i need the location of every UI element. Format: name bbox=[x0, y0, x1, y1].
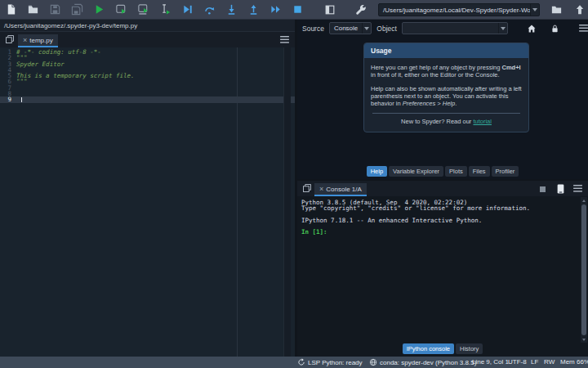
help-content: Usage Here you can get help of any objec… bbox=[297, 37, 588, 166]
save-file-button[interactable] bbox=[44, 0, 66, 20]
run-selection-button[interactable] bbox=[154, 0, 176, 20]
object-dropdown[interactable] bbox=[498, 23, 507, 34]
code-line: 8 bbox=[0, 91, 295, 96]
usage-card: Usage Here you can get help of any objec… bbox=[363, 43, 529, 132]
home-icon bbox=[527, 24, 537, 34]
run-cell-icon bbox=[115, 3, 127, 16]
hamburger-icon bbox=[280, 36, 289, 43]
arrow-up-icon bbox=[582, 200, 586, 202]
console-pane-tabs: IPython console History bbox=[297, 343, 588, 357]
run-file-button[interactable] bbox=[88, 0, 110, 20]
console-output: Python 3.8.5 (default, Sep 4 2020, 02:22… bbox=[297, 196, 588, 235]
encoding-status: UTF-8 bbox=[508, 358, 527, 366]
tutorial-link[interactable]: tutorial bbox=[473, 118, 492, 125]
save-all-icon bbox=[71, 3, 83, 16]
code-line: 1# -*- coding: utf-8 -*- bbox=[0, 49, 295, 55]
main-toolbar: /Users/juanitagomez/Local/Dev-Spyder/Spy… bbox=[0, 0, 588, 20]
step-return-button[interactable] bbox=[243, 0, 265, 20]
tab-plots[interactable]: Plots bbox=[445, 166, 467, 177]
memory-status: Mem 66% bbox=[560, 358, 588, 366]
step-over-icon bbox=[203, 3, 216, 16]
tab-help[interactable]: Help bbox=[367, 166, 387, 177]
tab-history[interactable]: History bbox=[456, 343, 483, 354]
tab-files[interactable]: Files bbox=[469, 166, 490, 177]
debug-file-button[interactable] bbox=[176, 0, 198, 20]
tab-temp-py[interactable]: × temp.py bbox=[18, 34, 58, 47]
close-tab-icon[interactable]: × bbox=[319, 186, 323, 192]
status-bar: LSP Python: ready conda: spyder-dev (Pyt… bbox=[0, 357, 588, 368]
help-pane-tabs: Help Variable Explorer Plots Files Profi… bbox=[297, 166, 588, 178]
close-tab-icon[interactable]: × bbox=[23, 37, 27, 43]
stop-debug-button[interactable] bbox=[287, 0, 309, 20]
folder-icon bbox=[550, 3, 563, 16]
step-into-button[interactable] bbox=[220, 0, 243, 20]
run-selection-icon bbox=[159, 3, 172, 16]
open-file-button[interactable] bbox=[22, 0, 44, 20]
browse-tabs-button[interactable] bbox=[302, 183, 312, 193]
arrow-down-icon bbox=[582, 339, 586, 341]
lsp-status: LSP Python: ready bbox=[297, 358, 363, 366]
wrench-icon bbox=[354, 3, 367, 16]
browse-directory-button[interactable] bbox=[546, 0, 568, 20]
run-cell-button[interactable] bbox=[110, 0, 132, 20]
source-dropdown[interactable] bbox=[362, 23, 371, 34]
tab-profiler[interactable]: Profiler bbox=[492, 166, 519, 177]
home-button[interactable] bbox=[527, 24, 537, 34]
tab-console-1a[interactable]: × Console 1/A bbox=[314, 183, 367, 196]
tab-variable-explorer[interactable]: Variable Explorer bbox=[389, 166, 443, 177]
scrollbar-thumb[interactable] bbox=[581, 204, 586, 335]
code-line: 6""" bbox=[0, 79, 295, 84]
help-options-button[interactable] bbox=[579, 25, 588, 32]
editor-pane: /Users/juanitagomez/.spyder-py3-dev/temp… bbox=[0, 20, 295, 357]
help-pane: Source Console Object Usage Here you can… bbox=[297, 20, 588, 179]
source-combo[interactable]: Console bbox=[329, 22, 372, 34]
code-line: 7 bbox=[0, 85, 295, 91]
scroll-down-button[interactable] bbox=[581, 336, 587, 343]
new-file-button[interactable] bbox=[0, 0, 22, 20]
tab-label: Console 1/A bbox=[326, 186, 362, 193]
maximize-pane-icon bbox=[324, 4, 336, 16]
object-label: Object bbox=[376, 25, 397, 33]
console-options-button[interactable] bbox=[573, 185, 582, 192]
working-directory-dropdown[interactable] bbox=[530, 4, 539, 16]
current-code-line: 9 bbox=[0, 96, 295, 102]
editor-file-path: /Users/juanitagomez/.spyder-py3-dev/temp… bbox=[0, 20, 295, 32]
step-over-button[interactable] bbox=[198, 0, 220, 20]
lock-button[interactable] bbox=[550, 24, 559, 34]
preferences-button[interactable] bbox=[350, 0, 372, 20]
code-editor[interactable]: 1# -*- coding: utf-8 -*- 2""" 3Spyder Ed… bbox=[0, 47, 295, 357]
conda-env-status: conda: spyder-dev (Python 3.8.5) bbox=[369, 358, 476, 366]
editor-scrollbar[interactable] bbox=[283, 47, 291, 357]
browse-tabs-button[interactable] bbox=[5, 34, 15, 44]
new-console-button[interactable] bbox=[557, 184, 564, 194]
tab-ipython-console[interactable]: IPython console bbox=[403, 343, 454, 354]
scroll-up-button[interactable] bbox=[581, 197, 587, 204]
help-header: Source Console Object bbox=[297, 20, 588, 37]
continue-button[interactable] bbox=[265, 0, 287, 20]
save-all-button[interactable] bbox=[66, 0, 88, 20]
document-icon bbox=[557, 184, 564, 194]
hamburger-icon bbox=[579, 25, 588, 32]
continue-icon bbox=[270, 3, 282, 16]
eol-status: LF bbox=[531, 358, 538, 366]
source-label: Source bbox=[302, 25, 324, 33]
globe-icon bbox=[369, 358, 377, 366]
run-cell-advance-button[interactable] bbox=[132, 0, 154, 20]
arrow-up-icon bbox=[574, 4, 586, 16]
interrupt-kernel-button[interactable] bbox=[540, 186, 546, 192]
save-icon bbox=[49, 3, 61, 16]
stop-square-icon bbox=[540, 186, 546, 192]
go-up-button[interactable] bbox=[568, 0, 588, 20]
preferences-path-text: Preferences > Help bbox=[403, 100, 455, 107]
console-scrollbar[interactable] bbox=[581, 197, 587, 343]
editor-options-button[interactable] bbox=[280, 36, 289, 43]
console-prompt: In [1]: bbox=[301, 229, 588, 235]
object-combo[interactable] bbox=[402, 22, 508, 34]
lock-icon bbox=[550, 24, 559, 34]
working-directory-combo[interactable]: /Users/juanitagomez/Local/Dev-Spyder/Spy… bbox=[378, 3, 540, 16]
chevron-down-icon bbox=[364, 27, 369, 30]
text-cursor bbox=[21, 97, 22, 103]
maximize-pane-button[interactable] bbox=[318, 0, 341, 20]
divider bbox=[372, 113, 520, 114]
console-body[interactable]: Python 3.8.5 (default, Sep 4 2020, 02:22… bbox=[297, 196, 588, 343]
